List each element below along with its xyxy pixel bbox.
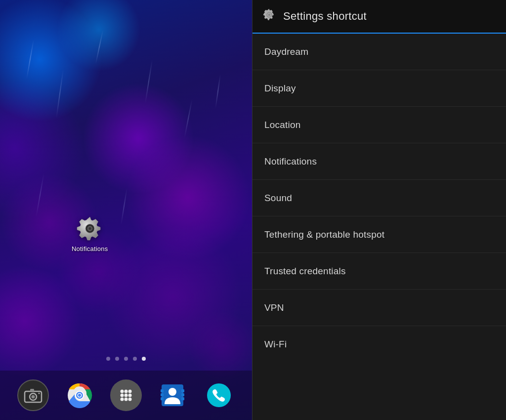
settings-item-tethering[interactable]: Tethering & portable hotspot — [253, 216, 506, 253]
svg-point-7 — [39, 393, 40, 394]
svg-rect-28 — [181, 393, 184, 396]
svg-point-12 — [78, 394, 81, 397]
settings-item-notifications[interactable]: Notifications — [253, 143, 506, 180]
settings-item-display[interactable]: Display — [253, 70, 506, 107]
settings-shortcut-panel: Settings shortcut Daydream Display Locat… — [252, 0, 506, 420]
svg-point-15 — [128, 390, 132, 393]
svg-point-2 — [88, 227, 91, 230]
contacts-dock-icon[interactable] — [157, 379, 188, 411]
app-dock — [0, 371, 252, 420]
settings-item-label-location: Location — [264, 120, 300, 130]
svg-point-23 — [169, 388, 176, 396]
svg-rect-24 — [161, 389, 164, 392]
svg-rect-6 — [30, 389, 34, 391]
phone-dock-icon[interactable] — [203, 379, 235, 411]
homescreen-notifications-icon[interactable]: Notifications — [72, 212, 108, 252]
svg-point-30 — [207, 383, 231, 407]
settings-item-label-notifications: Notifications — [264, 156, 317, 167]
page-dot-1 — [106, 357, 110, 361]
settings-item-label-sound: Sound — [264, 193, 292, 204]
settings-item-sound[interactable]: Sound — [253, 180, 506, 216]
settings-item-location[interactable]: Location — [253, 107, 506, 143]
svg-point-19 — [121, 398, 124, 401]
settings-item-label-tethering: Tethering & portable hotspot — [264, 229, 384, 240]
svg-point-17 — [125, 394, 128, 397]
settings-item-label-wifi: Wi-Fi — [264, 339, 287, 350]
settings-item-trusted-credentials[interactable]: Trusted credentials — [253, 253, 506, 290]
notifications-gear-icon — [76, 213, 104, 242]
phone-icon — [206, 382, 232, 408]
settings-item-label-trusted-credentials: Trusted credentials — [264, 266, 346, 277]
svg-point-33 — [268, 13, 271, 16]
header-gear-svg — [262, 8, 276, 22]
svg-point-5 — [32, 395, 35, 399]
all-apps-icon — [118, 387, 134, 403]
svg-point-20 — [125, 398, 128, 401]
svg-point-18 — [128, 394, 132, 397]
settings-item-label-daydream: Daydream — [264, 46, 308, 57]
svg-rect-26 — [161, 397, 164, 400]
chrome-dock-icon[interactable] — [64, 379, 95, 411]
svg-rect-25 — [161, 393, 164, 396]
settings-items-list: Daydream Display Location Notifications … — [253, 34, 506, 420]
svg-rect-27 — [181, 389, 184, 392]
svg-point-21 — [128, 398, 132, 401]
all-apps-dock-icon[interactable] — [110, 379, 142, 411]
svg-point-13 — [121, 390, 124, 393]
page-dot-5-active — [142, 357, 146, 361]
homescreen-icon-label: Notifications — [72, 245, 108, 252]
page-dot-4 — [133, 357, 137, 361]
page-dot-2 — [115, 357, 119, 361]
settings-item-wifi[interactable]: Wi-Fi — [253, 326, 506, 363]
settings-header: Settings shortcut — [253, 0, 506, 34]
page-dot-3 — [124, 357, 128, 361]
svg-rect-29 — [181, 397, 184, 400]
svg-point-14 — [125, 390, 128, 393]
settings-gear-icon — [262, 8, 276, 25]
page-indicators — [0, 357, 252, 361]
svg-point-16 — [121, 394, 124, 397]
settings-item-label-display: Display — [264, 83, 296, 94]
gear-icon-wrapper — [75, 212, 105, 242]
settings-item-label-vpn: VPN — [264, 302, 284, 313]
settings-item-daydream[interactable]: Daydream — [253, 34, 506, 70]
camera-icon — [24, 387, 42, 403]
settings-item-vpn[interactable]: VPN — [253, 290, 506, 326]
contacts-icon — [160, 382, 185, 408]
camera-dock-icon[interactable] — [17, 379, 49, 411]
homescreen-panel: Notifications — [0, 0, 252, 420]
chrome-icon — [67, 382, 92, 408]
settings-header-title: Settings shortcut — [283, 10, 367, 23]
